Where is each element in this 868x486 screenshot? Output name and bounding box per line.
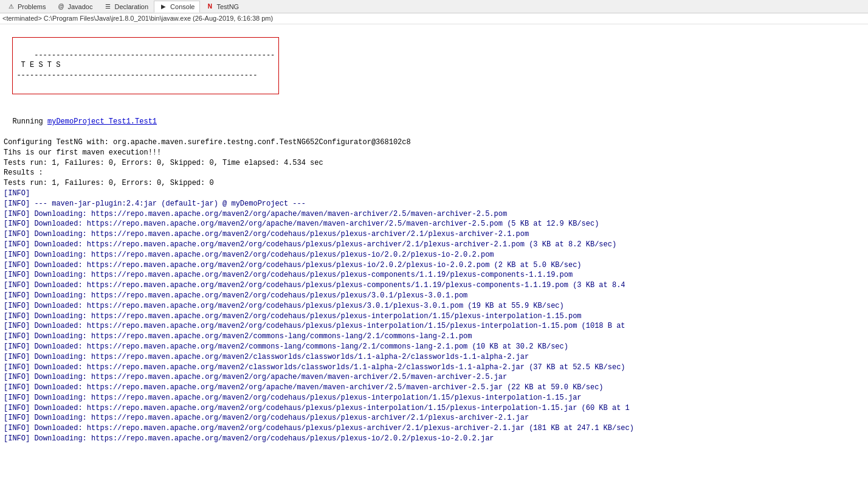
tab-javadoc[interactable]: @ Javadoc [51, 1, 98, 13]
console-line: [INFO] Downloaded: https://repo.maven.ap… [4, 383, 864, 393]
running-prefix: Running [12, 117, 47, 126]
running-link[interactable]: myDemoProject Test1.Test1 [47, 117, 157, 126]
console-output[interactable]: ----------------------------------------… [0, 24, 868, 486]
console-line: [INFO] Downloading: https://repo.maven.a… [4, 250, 864, 260]
tab-bar: ⚠ Problems @ Javadoc ☰ Declaration ▶ Con… [0, 0, 868, 13]
console-line: [INFO] Downloaded: https://repo.maven.ap… [4, 260, 864, 271]
tests-banner-text: ----------------------------------------… [16, 51, 275, 80]
tab-console-label: Console [170, 3, 195, 10]
console-line: [INFO] Downloading: https://repo.maven.a… [4, 413, 864, 423]
tab-testng-label: TestNG [216, 3, 239, 10]
declaration-icon: ☰ [103, 2, 112, 11]
tab-javadoc-label: Javadoc [67, 3, 92, 10]
console-line: Configuring TestNG with: org.apache.mave… [4, 137, 864, 148]
tab-declaration[interactable]: ☰ Declaration [98, 1, 154, 13]
console-line: [INFO] Downloading: https://repo.maven.a… [4, 332, 864, 342]
tab-console[interactable]: ▶ Console [154, 1, 200, 13]
console-line: [INFO] Downloaded: https://repo.maven.ap… [4, 321, 864, 332]
tab-declaration-label: Declaration [114, 3, 148, 10]
console-line: Results : [4, 168, 864, 178]
console-line: [INFO] Downloaded: https://repo.maven.ap… [4, 219, 864, 229]
console-line: Tests run: 1, Failures: 0, Errors: 0, Sk… [4, 158, 864, 168]
console-line: [INFO] Downloading: https://repo.maven.a… [4, 209, 864, 220]
console-line: [INFO] Downloading: https://repo.maven.a… [4, 270, 864, 280]
tab-problems-label: Problems [18, 3, 46, 10]
console-line: [INFO] [4, 189, 864, 199]
console-line: [INFO] Downloading: https://repo.maven.a… [4, 291, 864, 301]
console-line: [INFO] Downloading: https://repo.maven.a… [4, 393, 864, 403]
tab-testng[interactable]: N TestNG [200, 1, 244, 13]
console-line: [INFO] Downloaded: https://repo.maven.ap… [4, 280, 864, 291]
javadoc-icon: @ [57, 2, 65, 11]
console-icon: ▶ [159, 2, 168, 11]
console-line: [INFO] Downloading: https://repo.maven.a… [4, 434, 864, 444]
console-line: [INFO] Downloaded: https://repo.maven.ap… [4, 301, 864, 311]
console-line: [INFO] Downloaded: https://repo.maven.ap… [4, 363, 864, 373]
console-line: [INFO] --- maven-jar-plugin:2.4:jar (def… [4, 199, 864, 209]
tab-problems[interactable]: ⚠ Problems [1, 1, 51, 13]
console-line: [INFO] Downloading: https://repo.maven.a… [4, 311, 864, 322]
console-line: [INFO] Downloading: https://repo.maven.a… [4, 229, 864, 240]
console-lines: Configuring TestNG with: org.apache.mave… [4, 137, 864, 444]
status-text: <terminated> C:\Program Files\Java\jre1.… [2, 15, 273, 22]
console-line: Tihs is our first maven execution!!! [4, 148, 864, 158]
console-line: [INFO] Downloading: https://repo.maven.a… [4, 352, 864, 363]
console-line: [INFO] Downloading: https://repo.maven.a… [4, 372, 864, 383]
status-bar: <terminated> C:\Program Files\Java\jre1.… [0, 13, 868, 24]
console-line: [INFO] Downloaded: https://repo.maven.ap… [4, 423, 864, 434]
console-line: [INFO] Downloaded: https://repo.maven.ap… [4, 240, 864, 250]
problems-icon: ⚠ [7, 2, 15, 11]
testng-icon: N [205, 2, 214, 11]
console-line: Tests run: 1, Failures: 0, Errors: 0, Sk… [4, 178, 864, 189]
console-line: [INFO] Downloaded: https://repo.maven.ap… [4, 403, 864, 414]
tests-banner: ----------------------------------------… [12, 37, 279, 94]
console-line: [INFO] Downloaded: https://repo.maven.ap… [4, 342, 864, 352]
